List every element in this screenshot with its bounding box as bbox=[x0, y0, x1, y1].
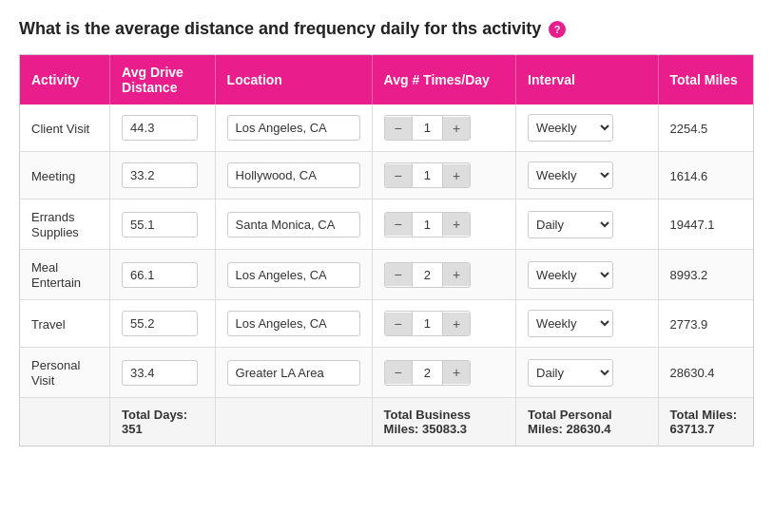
cell-activity: Personal Visit bbox=[20, 348, 110, 398]
table-row: Client Visit − 1 + DailyWeeklyMonthly225… bbox=[20, 104, 754, 152]
footer-total-miles: Total Miles: 63713.7 bbox=[658, 398, 753, 446]
cell-activity: Meeting bbox=[20, 152, 110, 200]
stepper-increment-button[interactable]: + bbox=[443, 313, 470, 335]
total-miles-value: 19447.1 bbox=[670, 218, 715, 232]
cell-avg-drive-distance bbox=[110, 152, 216, 200]
cell-avg-times-day: − 2 + bbox=[372, 348, 516, 398]
title-text: What is the average distance and frequen… bbox=[19, 19, 541, 39]
cell-location bbox=[215, 300, 372, 348]
cell-avg-drive-distance bbox=[110, 104, 216, 152]
table-row: Travel − 1 + DailyWeeklyMonthly2773.9 bbox=[20, 300, 754, 348]
stepper-decrement-button[interactable]: − bbox=[385, 313, 412, 335]
cell-total-miles: 2254.5 bbox=[658, 104, 753, 152]
stepper-value: 1 bbox=[412, 163, 443, 187]
interval-select[interactable]: DailyWeeklyMonthly bbox=[528, 162, 613, 189]
cell-total-miles: 2773.9 bbox=[658, 300, 753, 348]
cell-avg-times-day: − 1 + bbox=[372, 104, 516, 152]
stepper-value: 1 bbox=[412, 116, 443, 140]
cell-activity: Errands Supplies bbox=[20, 200, 110, 250]
total-miles-value: 8993.2 bbox=[670, 268, 708, 282]
location-input[interactable] bbox=[227, 311, 360, 336]
avg-drive-distance-input[interactable] bbox=[122, 115, 198, 141]
stepper-value: 2 bbox=[412, 361, 443, 385]
stepper-increment-button[interactable]: + bbox=[443, 164, 470, 187]
table-row: Errands Supplies − 1 + DailyWeeklyMonthl… bbox=[20, 200, 754, 250]
activity-label: Client Visit bbox=[31, 122, 89, 136]
location-input[interactable] bbox=[227, 115, 360, 141]
avg-drive-distance-input[interactable] bbox=[122, 212, 198, 238]
cell-activity: Travel bbox=[20, 300, 110, 348]
stepper-decrement-button[interactable]: − bbox=[385, 213, 412, 236]
footer-total-personal-miles: Total Personal Miles: 28630.4 bbox=[516, 398, 658, 446]
interval-select[interactable]: DailyWeeklyMonthly bbox=[528, 359, 613, 387]
cell-location bbox=[215, 200, 372, 250]
cell-avg-times-day: − 1 + bbox=[372, 200, 516, 250]
stepper-decrement-button[interactable]: − bbox=[385, 164, 412, 187]
cell-total-miles: 28630.4 bbox=[658, 348, 753, 398]
cell-interval: DailyWeeklyMonthly bbox=[516, 300, 658, 348]
cell-avg-times-day: − 2 + bbox=[372, 250, 516, 300]
stepper-increment-button[interactable]: + bbox=[443, 263, 470, 286]
times-day-stepper: − 1 + bbox=[384, 212, 472, 238]
stepper-increment-button[interactable]: + bbox=[443, 213, 470, 236]
interval-select[interactable]: DailyWeeklyMonthly bbox=[528, 261, 613, 289]
interval-select[interactable]: DailyWeeklyMonthly bbox=[528, 114, 613, 142]
cell-avg-drive-distance bbox=[110, 200, 216, 250]
activity-table: Activity Avg DriveDistance Location Avg … bbox=[19, 54, 754, 446]
col-header-interval: Interval bbox=[516, 55, 658, 105]
total-miles-value: 28630.4 bbox=[670, 366, 715, 380]
avg-drive-distance-input[interactable] bbox=[122, 262, 198, 288]
location-input[interactable] bbox=[227, 262, 360, 288]
avg-drive-distance-input[interactable] bbox=[122, 360, 198, 386]
activity-label: Meeting bbox=[31, 169, 75, 183]
cell-location bbox=[215, 250, 372, 300]
interval-select[interactable]: DailyWeeklyMonthly bbox=[528, 310, 613, 337]
footer-total-business-miles: Total Business Miles: 35083.3 bbox=[372, 398, 516, 446]
total-miles-value: 2773.9 bbox=[670, 317, 708, 332]
footer-empty bbox=[20, 398, 110, 446]
table-footer-row: Total Days: 351 Total Business Miles: 35… bbox=[20, 398, 754, 446]
times-day-stepper: − 1 + bbox=[384, 311, 472, 336]
total-miles-value: 1614.6 bbox=[670, 169, 708, 183]
footer-total-days: Total Days: 351 bbox=[110, 398, 216, 446]
times-day-stepper: − 1 + bbox=[384, 115, 472, 141]
col-header-avg-times-day: Avg # Times/Day bbox=[372, 55, 516, 105]
times-day-stepper: − 2 + bbox=[384, 360, 472, 386]
times-day-stepper: − 2 + bbox=[384, 262, 472, 288]
stepper-increment-button[interactable]: + bbox=[443, 117, 470, 140]
cell-total-miles: 8993.2 bbox=[658, 250, 753, 300]
cell-location bbox=[215, 104, 372, 152]
location-input[interactable] bbox=[227, 162, 360, 188]
cell-activity: Client Visit bbox=[20, 104, 110, 152]
interval-select[interactable]: DailyWeeklyMonthly bbox=[528, 211, 613, 238]
activity-label: Travel bbox=[31, 317, 66, 332]
avg-drive-distance-input[interactable] bbox=[122, 162, 198, 188]
stepper-value: 1 bbox=[412, 213, 443, 237]
stepper-decrement-button[interactable]: − bbox=[385, 263, 412, 286]
avg-drive-distance-input[interactable] bbox=[122, 311, 198, 336]
cell-avg-drive-distance bbox=[110, 250, 216, 300]
table-row: Meeting − 1 + DailyWeeklyMonthly1614.6 bbox=[20, 152, 754, 200]
cell-avg-drive-distance bbox=[110, 300, 216, 348]
stepper-increment-button[interactable]: + bbox=[443, 361, 470, 384]
location-input[interactable] bbox=[227, 360, 360, 386]
location-input[interactable] bbox=[227, 212, 360, 238]
times-day-stepper: − 1 + bbox=[384, 162, 472, 188]
cell-location bbox=[215, 348, 372, 398]
help-icon[interactable]: ? bbox=[549, 21, 566, 38]
cell-total-miles: 19447.1 bbox=[658, 200, 753, 250]
stepper-value: 2 bbox=[412, 263, 443, 287]
cell-total-miles: 1614.6 bbox=[658, 152, 753, 200]
cell-interval: DailyWeeklyMonthly bbox=[516, 104, 658, 152]
cell-activity: Meal Entertain bbox=[20, 250, 110, 300]
cell-avg-drive-distance bbox=[110, 348, 216, 398]
stepper-decrement-button[interactable]: − bbox=[385, 361, 412, 384]
col-header-total-miles: Total Miles bbox=[658, 55, 753, 105]
table-header-row: Activity Avg DriveDistance Location Avg … bbox=[20, 55, 754, 105]
cell-avg-times-day: − 1 + bbox=[372, 300, 516, 348]
cell-interval: DailyWeeklyMonthly bbox=[516, 250, 658, 300]
col-header-location: Location bbox=[215, 55, 372, 105]
col-header-avg-drive-distance: Avg DriveDistance bbox=[110, 55, 216, 105]
cell-interval: DailyWeeklyMonthly bbox=[516, 152, 658, 200]
stepper-decrement-button[interactable]: − bbox=[385, 117, 412, 140]
